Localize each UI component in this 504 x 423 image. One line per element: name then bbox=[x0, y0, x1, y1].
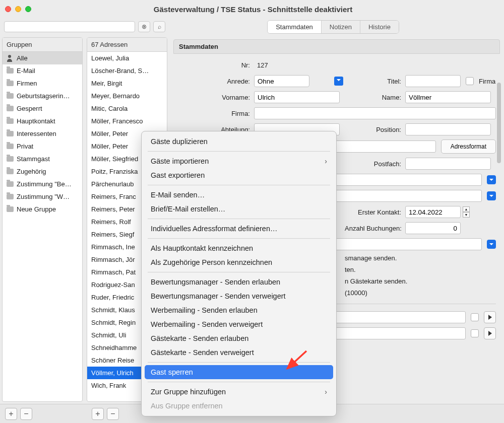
chevron-down-icon[interactable] bbox=[487, 175, 496, 184]
list-item[interactable]: Meir, Birgit bbox=[87, 77, 167, 90]
sidebar-item[interactable]: Zustimmung "Be… bbox=[3, 178, 82, 190]
menu-item[interactable]: Gästekarte - Senden verweigert bbox=[142, 345, 336, 360]
nr-label: Nr: bbox=[178, 61, 254, 69]
position-field[interactable] bbox=[405, 123, 491, 135]
list-item[interactable]: Loewel, Julia bbox=[87, 52, 167, 64]
menu-item[interactable]: Als Hauptkontakt kennzeichnen bbox=[142, 241, 336, 255]
menu-item-label: Werbemailing - Senden verweigert bbox=[151, 320, 263, 328]
firma-field[interactable] bbox=[254, 107, 496, 119]
groups-column: Gruppen AlleE-MailFirmenGeburtstagserin…… bbox=[2, 37, 83, 402]
menu-item[interactable]: Werbemailing - Senden verweigert bbox=[142, 317, 336, 331]
sidebar-item-label: Zugehörig bbox=[17, 168, 46, 175]
firma-label: Firma: bbox=[178, 110, 254, 117]
tab-notizen[interactable]: Notizen bbox=[321, 21, 360, 33]
groups-list[interactable]: AlleE-MailFirmenGeburtstagserin…Gesperrt… bbox=[3, 52, 82, 401]
sidebar-item[interactable]: Gesperrt bbox=[3, 102, 82, 115]
tab-historie[interactable]: Historie bbox=[360, 21, 399, 33]
list-item[interactable]: Möller, Francesco bbox=[87, 115, 167, 127]
erster-kontakt-field[interactable] bbox=[405, 206, 461, 218]
sidebar-item[interactable]: Stammgast bbox=[3, 153, 82, 165]
folder-icon bbox=[7, 93, 14, 99]
address-add-button[interactable]: + bbox=[92, 408, 104, 420]
close-icon[interactable] bbox=[5, 6, 11, 12]
postfach-field[interactable] bbox=[405, 158, 491, 170]
search-icon[interactable]: ⌕ bbox=[153, 21, 165, 32]
menu-item[interactable]: Gäste duplizieren bbox=[142, 134, 336, 149]
list-item[interactable]: Meyer, Bernardo bbox=[87, 90, 167, 102]
search-input[interactable] bbox=[4, 21, 135, 32]
address-remove-button[interactable]: − bbox=[107, 408, 119, 420]
sidebar-item[interactable]: Zugehörig bbox=[3, 165, 82, 178]
groups-remove-button[interactable]: − bbox=[20, 408, 32, 420]
chevron-down-icon[interactable] bbox=[487, 240, 496, 249]
erster-kontakt-label: Erster Kontakt: bbox=[345, 208, 405, 216]
list-item[interactable]: Mitic, Carola bbox=[87, 102, 167, 115]
menu-separator bbox=[148, 185, 330, 185]
titel-field[interactable] bbox=[405, 75, 461, 87]
vorname-field[interactable] bbox=[254, 91, 340, 103]
sidebar-item[interactable]: Interessenten bbox=[3, 127, 82, 140]
tab-stammdaten[interactable]: Stammdaten bbox=[268, 21, 321, 33]
menu-item[interactable]: Zur Gruppe hinzufügen› bbox=[142, 385, 336, 399]
menu-item[interactable]: Individuelles Adressformat definieren… bbox=[142, 222, 336, 236]
folder-icon bbox=[7, 131, 14, 136]
nr-value: 127 bbox=[254, 59, 345, 71]
minimize-icon[interactable] bbox=[15, 6, 21, 12]
anrede-select[interactable]: Ohne bbox=[254, 75, 345, 87]
menu-item[interactable]: Gast exportieren bbox=[142, 168, 336, 182]
menu-item-label: E-Mail senden… bbox=[151, 191, 205, 199]
sidebar-item[interactable]: Geburtstagserin… bbox=[3, 90, 82, 102]
titlebar: Gästeverwaltung / TSE Status - Schnittst… bbox=[0, 0, 504, 18]
sidebar-item[interactable]: Privat bbox=[3, 140, 82, 153]
menu-item[interactable]: Als Zugehörige Person kennzeichnen bbox=[142, 255, 336, 269]
firma-checkbox[interactable] bbox=[466, 77, 474, 85]
detail-tabs: Stammdaten Notizen Historie bbox=[267, 20, 399, 34]
menu-item[interactable]: Brief/E-Mail erstellen… bbox=[142, 202, 336, 216]
menu-item[interactable]: Werbemailing - Senden erlauben bbox=[142, 303, 336, 317]
zoom-icon[interactable] bbox=[25, 6, 31, 12]
folder-icon bbox=[7, 169, 14, 174]
play-icon[interactable] bbox=[484, 311, 496, 323]
addresses-header: 67 Adressen bbox=[87, 38, 167, 52]
sidebar-item[interactable]: Hauptkontakt bbox=[3, 115, 82, 127]
sidebar-item[interactable]: Zustimmung "W… bbox=[3, 190, 82, 203]
sidebar-item[interactable]: Firmen bbox=[3, 77, 82, 90]
sidebar-item-label: Gesperrt bbox=[17, 105, 42, 112]
anzahl-buch-field[interactable] bbox=[405, 222, 461, 234]
scrollbar[interactable] bbox=[497, 83, 501, 163]
clear-search-icon[interactable]: ⊗ bbox=[138, 21, 150, 32]
menu-separator bbox=[148, 272, 330, 272]
sidebar-item-label: Neue Gruppe bbox=[17, 205, 56, 213]
firma-chk-label: Firma bbox=[479, 78, 495, 85]
menu-item-label: Gäste importieren bbox=[151, 157, 209, 165]
menu-item[interactable]: Gästekarte - Senden erlauben bbox=[142, 331, 336, 345]
name-field[interactable] bbox=[405, 91, 491, 103]
menu-item-label: Gästekarte - Senden erlauben bbox=[151, 334, 248, 342]
list-item[interactable]: Löscher-Brand, S… bbox=[87, 64, 167, 77]
chevron-down-icon[interactable] bbox=[487, 191, 496, 200]
menu-item[interactable]: Gast sperren bbox=[145, 365, 333, 379]
sidebar-item[interactable]: Alle bbox=[3, 52, 82, 64]
context-menu[interactable]: Gäste duplizierenGäste importieren›Gast … bbox=[141, 131, 337, 416]
groups-header: Gruppen bbox=[3, 38, 82, 52]
date-stepper[interactable]: ▲▼ bbox=[463, 206, 470, 218]
menu-item[interactable]: Bewertungsmanager - Senden verweigert bbox=[142, 289, 336, 303]
folder-icon bbox=[7, 156, 14, 162]
menu-separator bbox=[148, 238, 330, 239]
sidebar-item-label: Alle bbox=[17, 54, 28, 62]
checkbox[interactable] bbox=[471, 329, 479, 337]
folder-icon bbox=[7, 144, 14, 149]
menu-item[interactable]: E-Mail senden… bbox=[142, 188, 336, 202]
menu-item[interactable]: Gäste importieren› bbox=[142, 154, 336, 168]
menu-item[interactable]: Bewertungsmanager - Senden erlauben bbox=[142, 275, 336, 289]
sidebar-item[interactable]: E-Mail bbox=[3, 64, 82, 77]
play-icon[interactable] bbox=[484, 327, 496, 339]
sidebar-item[interactable]: Neue Gruppe bbox=[3, 203, 82, 216]
toolbar: ⊗ ⌕ Stammdaten Notizen Historie bbox=[0, 18, 504, 35]
groups-add-button[interactable]: + bbox=[5, 408, 17, 420]
sidebar-item-label: Privat bbox=[17, 143, 33, 150]
menu-separator bbox=[148, 382, 330, 382]
checkbox[interactable] bbox=[471, 313, 479, 321]
sidebar-item-label: Zustimmung "Be… bbox=[17, 180, 72, 188]
adressformat-button[interactable]: Adressformat bbox=[441, 139, 496, 154]
